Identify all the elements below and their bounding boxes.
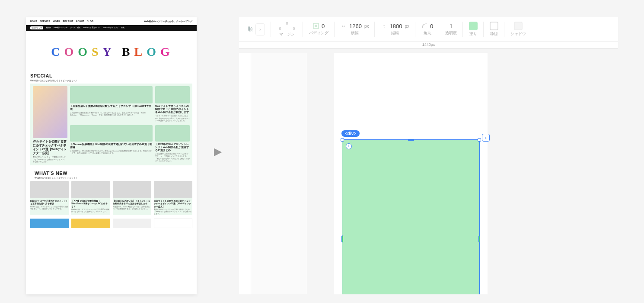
whatsnew-grid: Dockerとは？初心者のためにメリットと基本的な使い方を解説Dockerとは、… (30, 181, 192, 215)
margin-control[interactable]: 0 0 0 マージン (271, 17, 303, 41)
thumb (113, 181, 151, 198)
padding-icon (313, 23, 319, 29)
nav-about[interactable]: ABOUT (76, 20, 84, 23)
fill-swatch[interactable] (469, 22, 478, 30)
nav-home[interactable]: HOME (30, 20, 37, 23)
thumb[interactable] (71, 219, 110, 228)
card-body: イラストをWebサイトに取り入れたいけどやり方がわからない方へ。人気のあるイラス… (155, 115, 190, 122)
special-card-3[interactable]: 【Chrome 拡張機能】Web制作の現場で選ばれているおすすめ12選｜制作編 … (70, 125, 153, 163)
element-tag-chip[interactable]: <div> (341, 130, 360, 137)
radius-icon (421, 23, 427, 29)
shadow-label: シャドウ (510, 31, 526, 37)
shadow-control[interactable]: シャドウ (504, 17, 532, 41)
toolbar: 順› 0 0 0 マージン 0 パディング ↔ 12 (239, 17, 618, 42)
order-control[interactable]: 順› (242, 17, 271, 41)
margin-top[interactable]: 0 (284, 21, 290, 26)
thumb (70, 125, 153, 142)
card-title: 【Chrome 拡張機能】Web制作の現場で選ばれているおすすめ12選｜制作編 (70, 143, 153, 149)
card-title: Webサイトを公開する前に必ずチェックすべきポイント20選【Webディレクター必… (33, 139, 67, 155)
opacity-control[interactable]: 1 透明度 (439, 17, 463, 41)
wn-card-3[interactable]: Webサイトを公開する前に必ずチェックすべきポイント20選【Webディレクター必… (154, 181, 192, 215)
thumb[interactable] (154, 219, 192, 228)
chevron-right-icon[interactable]: › (255, 23, 265, 35)
width-value[interactable]: 1260 (349, 23, 362, 29)
thumb[interactable] (30, 219, 69, 228)
resize-handle-tr[interactable] (478, 138, 481, 142)
selection-action-icon[interactable]: › (482, 134, 490, 142)
card-body: この記事では画像生成AIを無料でテストし比較をやってみました。取り上げたサービス… (70, 112, 153, 116)
special-card-big[interactable]: Webサイトを公開する前に必ずチェックすべきポイント20選【Webディレクター必… (33, 86, 67, 163)
wn-card-0[interactable]: Dockerとは？初心者のためにメリットと基本的な使い方を解説Dockerとは、… (30, 181, 69, 215)
padding-value[interactable]: 0 (322, 23, 325, 29)
stroke-control[interactable]: 枠線 (484, 17, 504, 41)
resize-handle-tm[interactable] (408, 139, 414, 141)
card-title: 【画像生成AI】無料の3種を比較してみた｜プロンプトはChatGPTで作成 (70, 105, 153, 111)
card-title: 【2023年のWebデザイントレンド】Web制作会社が注目する15選まとめ (155, 143, 190, 152)
thumb (70, 86, 153, 103)
width-icon: ↔ (341, 23, 347, 29)
wn-card-2[interactable]: 【Notion AIの使い方】ドキュメントを自動作成する10の方法を解説します今… (113, 181, 151, 215)
height-value[interactable]: 1800 (389, 23, 402, 29)
width-unit[interactable]: px (364, 24, 369, 29)
margin-label: マージン (279, 32, 295, 37)
radius-value[interactable]: 0 (430, 23, 433, 29)
card-title: Webサイトを公開する前に必ずチェックすべきポイント20選【Webディレクター必… (154, 200, 192, 208)
wn-card-1[interactable]: 【入門】Dockerで環境構築！WordPress環境をローカルPCに作ろう！D… (71, 181, 110, 215)
subnav-4[interactable]: Webサイト運営のコツ (83, 26, 100, 29)
thumb (30, 181, 69, 198)
resize-handle-lm[interactable] (341, 235, 343, 242)
special-card-0[interactable]: 【画像生成AI】無料の3種を比較してみた｜プロンプトはChatGPTで作成 この… (70, 86, 153, 122)
page-frame[interactable]: <div> › + (334, 53, 488, 294)
subnav-1[interactable]: 制作例 (46, 26, 51, 29)
subnav-6[interactable]: 特集 (121, 26, 124, 29)
thumb (155, 125, 190, 142)
card-body: この記事では、Web制作の現場で使われているGoogle Chromeの拡張機能… (70, 150, 153, 154)
whatsnew-heading: WHAT'S NEW (35, 171, 188, 176)
selected-div[interactable]: <div> › + (342, 139, 480, 294)
radius-control[interactable]: 0 角丸 (415, 17, 439, 41)
height-icon: ↕ (381, 23, 387, 29)
special-heading: SPECIAL (30, 73, 192, 78)
subnav-3[interactable]: システム開発 (70, 26, 80, 29)
nav-recruit[interactable]: RECRUIT (63, 20, 73, 23)
padding-label: パディング (309, 30, 328, 36)
margin-right[interactable]: 0 (291, 26, 297, 31)
shadow-swatch[interactable] (514, 22, 523, 30)
blog-preview: HOME SERVICE WORK RECRUIT ABOUT BLOG Web… (26, 17, 197, 294)
margin-left[interactable]: 0 (277, 26, 283, 31)
padding-control[interactable]: 0 パディング (303, 17, 335, 41)
card-body: Dockerとは、アプリケーションの実行環境の構築ができるのでとても便利なソフト… (71, 209, 110, 213)
canvas-width-label: 1440px (422, 42, 435, 47)
blog-topnav: HOME SERVICE WORK RECRUIT ABOUT BLOG Web… (26, 17, 197, 25)
height-unit[interactable]: px (405, 24, 409, 29)
resize-handle-rm[interactable] (478, 235, 480, 242)
ruler-horizontal: 1440px (239, 42, 618, 48)
resize-handle-tl[interactable] (341, 138, 344, 142)
special-grid: 【画像生成AI】無料の3種を比較してみた｜プロンプトはChatGPTで作成 この… (30, 84, 192, 165)
blog-tagline: Web制作のハツツーがわかる、クーシーブログ (144, 20, 192, 23)
subnav-5[interactable]: Webマーケティング (103, 26, 118, 29)
nav-work[interactable]: WORK (53, 20, 60, 23)
card-title: 【入門】Dockerで環境構築！WordPress環境をローカルPCに作ろう！ (71, 200, 110, 208)
special-card-4[interactable]: 【2023年のWebデザイントレンド】Web制作会社が注目する15選まとめ この… (155, 125, 190, 163)
whatsnew-row2 (30, 219, 192, 228)
card-body: 今話題のAI、Notion AIはすごいです。文章生成について従来技術を超え、ぜ… (113, 206, 151, 210)
subnav-top[interactable]: ブログトップ (30, 26, 43, 29)
thumb (33, 86, 67, 138)
svg-rect-1 (315, 25, 317, 27)
height-control[interactable]: ↕ 1800 px 縦幅 (375, 17, 415, 41)
radius-label: 角丸 (424, 30, 431, 36)
opacity-value[interactable]: 1 (450, 23, 453, 29)
add-child-icon[interactable]: + (346, 143, 352, 149)
editor-panel: 順› 0 0 0 マージン 0 パディング ↔ 12 (239, 17, 618, 294)
subnav-2[interactable]: Web制作ハツツー (54, 26, 67, 29)
fill-control[interactable]: 塗り (463, 17, 484, 41)
nav-service[interactable]: SERVICE (40, 20, 50, 23)
thumb[interactable] (113, 219, 151, 228)
canvas[interactable]: 1440px <div> › + (239, 42, 618, 294)
width-control[interactable]: ↔ 1260 px 横幅 (335, 17, 375, 41)
nav-blog[interactable]: BLOG (87, 20, 94, 23)
special-card-2[interactable]: Webサイトで使うイラストの制作フローと依頼のポイントをWeb制作会社が解説しま… (155, 86, 190, 122)
side-panel (251, 53, 307, 294)
stroke-swatch[interactable] (490, 22, 498, 30)
